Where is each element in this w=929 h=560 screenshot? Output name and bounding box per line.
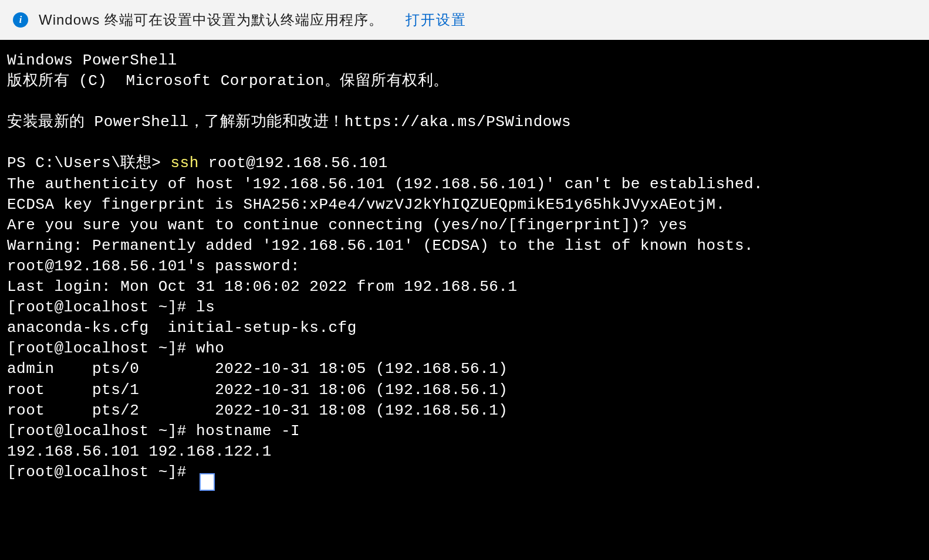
shell-prompt: [root@localhost ~]#	[7, 298, 196, 316]
shell-prompt: [root@localhost ~]#	[7, 463, 196, 481]
hostname-output: 192.168.56.101 192.168.122.1	[7, 442, 922, 462]
who-command-line: [root@localhost ~]# who	[7, 338, 922, 359]
cursor-icon	[200, 473, 215, 491]
notification-message: Windows 终端可在设置中设置为默认终端应用程序。	[39, 11, 383, 29]
current-prompt-line[interactable]: [root@localhost ~]#	[7, 462, 922, 483]
install-hint: 安装最新的 PowerShell，了解新功能和改进！https://aka.ms…	[7, 112, 922, 133]
hostname-command-line: [root@localhost ~]# hostname -I	[7, 421, 922, 442]
who-output-row: admin pts/0 2022-10-31 18:05 (192.168.56…	[7, 359, 922, 379]
shell-prompt: [root@localhost ~]#	[7, 340, 196, 357]
shell-prompt: [root@localhost ~]#	[7, 422, 196, 440]
fingerprint-line: ECDSA key fingerprint is SHA256:xP4e4/vw…	[7, 195, 922, 215]
powershell-header: Windows PowerShell	[7, 50, 922, 71]
copyright-line: 版权所有 (C) Microsoft Corporation。保留所有权利。	[7, 71, 922, 91]
blank-line	[7, 133, 922, 153]
who-output-row: root pts/1 2022-10-31 18:06 (192.168.56.…	[7, 380, 922, 401]
notification-bar: i Windows 终端可在设置中设置为默认终端应用程序。 打开设置	[0, 0, 929, 40]
who-command: who	[196, 340, 224, 357]
confirm-line: Are you sure you want to continue connec…	[7, 215, 922, 236]
hostname-command: hostname -I	[196, 422, 300, 440]
ls-command-line: [root@localhost ~]# ls	[7, 297, 922, 318]
warning-line: Warning: Permanently added '192.168.56.1…	[7, 236, 922, 256]
ls-command: ls	[196, 298, 215, 316]
ssh-args: root@192.168.56.101	[199, 154, 388, 172]
ps-prompt: PS C:\Users\联想>	[7, 154, 170, 172]
blank-line	[7, 91, 922, 112]
authenticity-line: The authenticity of host '192.168.56.101…	[7, 174, 922, 195]
ssh-command-line: PS C:\Users\联想> ssh root@192.168.56.101	[7, 153, 922, 174]
open-settings-link[interactable]: 打开设置	[406, 11, 467, 29]
ls-output: anaconda-ks.cfg initial-setup-ks.cfg	[7, 318, 922, 338]
who-output-row: root pts/2 2022-10-31 18:08 (192.168.56.…	[7, 401, 922, 421]
ssh-keyword: ssh	[170, 154, 198, 172]
password-prompt-line: root@192.168.56.101's password:	[7, 256, 922, 277]
info-icon: i	[13, 12, 28, 28]
last-login-line: Last login: Mon Oct 31 18:06:02 2022 fro…	[7, 277, 922, 297]
terminal-viewport[interactable]: Windows PowerShell版权所有 (C) Microsoft Cor…	[0, 40, 929, 493]
